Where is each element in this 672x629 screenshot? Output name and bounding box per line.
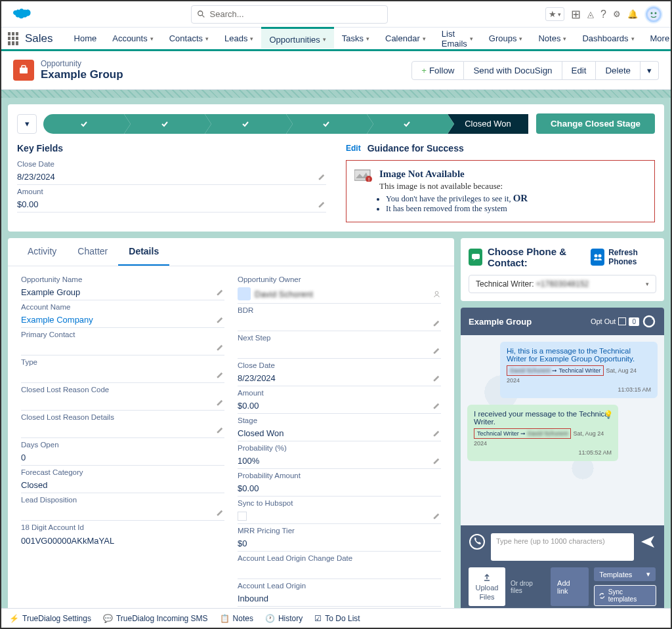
add-icon[interactable]: ⊞ [571,7,581,22]
decorative-stripe [1,90,671,98]
message-input[interactable]: Type here (up to 1000 characters) [491,533,634,561]
upload-icon [482,573,492,582]
broken-image-icon: ! [354,169,373,182]
message-count: 0 [629,317,639,326]
edit-pencil-icon[interactable] [318,200,326,209]
app-launcher-icon[interactable] [8,32,18,45]
notifications-icon[interactable]: 🔔 [627,9,638,19]
more-actions-button[interactable]: ▾ [640,61,659,80]
image-error-box: ! Image Not Available This image is not … [346,160,655,222]
edit-pencil-icon[interactable] [216,343,224,352]
sync-templates-button[interactable]: Sync templates [594,585,656,606]
account-link[interactable]: Example Company [21,315,93,325]
phone-title: Choose Phone & Contact: [488,246,585,268]
stage-closed-won[interactable]: Closed Won [448,114,528,134]
guidance-edit-link[interactable]: Edit [346,144,361,153]
svg-point-10 [435,291,438,294]
stage-3[interactable] [205,114,285,134]
edit-pencil-icon[interactable] [318,172,326,181]
record-header: Opportunity Example Group +Follow Send w… [1,51,671,90]
tab-chatter[interactable]: Chatter [67,238,118,266]
user-avatar[interactable] [644,5,663,24]
footer-notes[interactable]: 📋Notes [220,614,253,623]
search-placeholder: Search... [210,9,244,19]
nav-list-emails[interactable]: List Emails▾ [434,28,481,49]
edit-pencil-icon[interactable] [432,401,441,410]
nav-contacts[interactable]: Contacts▾ [161,28,217,49]
global-header: Search... ★▾ ⊞ ◬ ? ⚙ 🔔 [1,1,671,28]
svg-point-3 [651,12,653,14]
nav-accounts[interactable]: Accounts▾ [104,28,161,49]
edit-pencil-icon[interactable] [216,398,224,407]
delete-button[interactable]: Delete [596,61,640,80]
phone-contact-select[interactable]: Technical Writer: +17603048152 ▾ [469,275,656,293]
stage-1[interactable] [43,114,124,134]
edit-pencil-icon[interactable] [216,508,224,517]
dial-icon[interactable] [469,533,486,550]
docusign-button[interactable]: Send with DocuSign [464,61,562,80]
svg-line-1 [201,14,204,17]
edit-pencil-icon[interactable] [432,346,441,355]
sales-path: ▾ Closed Won Change Closed Stage [17,113,655,134]
record-title-block: Opportunity Example Group [41,59,123,81]
refresh-phones-icon [591,249,604,266]
send-icon[interactable] [639,533,656,550]
setup-icon[interactable]: ⚙ [613,9,621,19]
nav-home[interactable]: Home [66,28,105,49]
nav-leads[interactable]: Leads▾ [217,28,261,49]
path-toggle[interactable]: ▾ [17,114,37,134]
svg-rect-6 [22,66,26,68]
edit-pencil-icon[interactable] [432,374,441,382]
chat-refresh-icon[interactable] [642,314,656,329]
search-icon [197,10,206,19]
truedialog-settings[interactable]: ⚡TrueDialog Settings [9,614,91,623]
edit-pencil-icon[interactable] [216,315,224,324]
svg-point-4 [655,12,657,14]
nav-groups[interactable]: Groups▾ [481,28,531,49]
app-navigation: Sales Home Accounts▾ Contacts▾ Leads▾ Op… [1,28,671,51]
footer-history[interactable]: 🕐History [265,614,303,623]
edit-pencil-icon[interactable] [432,429,441,437]
follow-button[interactable]: +Follow [411,61,464,80]
owner-link[interactable]: David Schorent [255,289,313,299]
refresh-phones-button[interactable]: Refresh Phones [591,248,656,266]
favorites-button[interactable]: ★▾ [545,7,564,21]
nav-notes[interactable]: Notes▾ [530,28,574,49]
change-owner-icon[interactable] [432,290,441,298]
help-icon[interactable]: ? [600,9,606,20]
close-date-label: Close Date [17,160,326,168]
edit-pencil-icon[interactable] [216,288,224,296]
guidance-title: Guidance for Success [368,143,464,153]
edit-pencil-icon[interactable] [432,319,441,327]
nav-opportunities[interactable]: Opportunities▾ [261,27,333,49]
tab-details[interactable]: Details [118,238,169,266]
utility-bar: ⚡TrueDialog Settings 💬TrueDialog Incomin… [1,608,671,628]
nav-calendar[interactable]: Calendar▾ [377,28,434,49]
stage-4[interactable] [286,114,367,134]
edit-pencil-icon[interactable] [432,457,441,465]
change-stage-button[interactable]: Change Closed Stage [536,113,655,134]
truedialog-sms[interactable]: 💬TrueDialog Incoming SMS [103,614,208,623]
global-search[interactable]: Search... [191,5,388,24]
tab-activity[interactable]: Activity [17,238,67,266]
optout-checkbox[interactable] [618,317,626,325]
incoming-message: 💡 I received your message to the Technic… [467,405,618,461]
trailhead-icon[interactable]: ◬ [587,9,594,19]
footer-todo[interactable]: ☑To Do List [314,614,360,623]
svg-point-2 [648,9,660,20]
add-link-button[interactable]: Add link [551,567,589,606]
stage-5[interactable] [367,114,448,134]
nav-dashboards[interactable]: Dashboards▾ [574,28,642,49]
salesforce-logo [9,7,33,22]
edit-pencil-icon[interactable] [216,371,224,379]
upload-files-button[interactable]: UploadFiles [469,567,505,606]
nav-tasks[interactable]: Tasks▾ [334,28,377,49]
templates-select[interactable]: Templates▾ [594,567,656,581]
opportunity-icon [13,60,34,81]
edit-button[interactable]: Edit [562,61,597,80]
edit-pencil-icon[interactable] [432,512,441,520]
stage-2[interactable] [124,114,205,134]
edit-pencil-icon[interactable] [216,426,224,434]
sync-hubspot-checkbox[interactable] [238,512,247,521]
nav-more[interactable]: More▾ [642,28,673,49]
